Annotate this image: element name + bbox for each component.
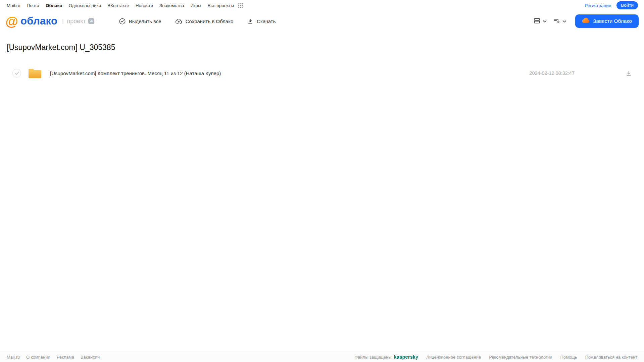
login-button[interactable]: Войти: [616, 1, 638, 9]
file-row[interactable]: [UsupovMarket.com] Комплект тренингов. М…: [7, 65, 637, 81]
file-name-link[interactable]: [UsupovMarket.com] Комплект тренингов. М…: [50, 70, 221, 76]
protected-label: Файлы защищены: [354, 355, 391, 360]
nav-link-novosti[interactable]: Новости: [136, 3, 153, 8]
kaspersky-logo: kaspersky: [394, 354, 418, 360]
file-date: 2024-02-12 08:32:47: [529, 70, 575, 76]
header: @ облако | проект vk Выделить все Сохран…: [0, 11, 644, 32]
header-right-controls: Завести Облако: [534, 14, 639, 28]
download-label: Скачать: [257, 18, 276, 24]
nav-link-oblako[interactable]: Облако: [46, 3, 62, 8]
nav-link-igry[interactable]: Игры: [191, 3, 201, 8]
list-view-icon: [534, 17, 540, 25]
sort-icon: [553, 17, 560, 25]
chevron-down-icon: [562, 19, 566, 24]
footer-right-links: Файлы защищены kaspersky Лицензионное со…: [354, 354, 637, 360]
footer-link-ads[interactable]: Реклама: [57, 355, 74, 360]
mailru-at-icon: @: [5, 15, 18, 28]
page-title: [UsupovMarket.com] U_305385: [7, 43, 637, 52]
top-nav-bar: Mail.ru Почта Облако Одноклассники ВКонт…: [0, 0, 644, 11]
footer-link-about[interactable]: О компании: [26, 355, 50, 360]
download-icon: [626, 70, 632, 76]
footer-link-report-content[interactable]: Пожаловаться на контент: [585, 355, 637, 360]
save-to-cloud-label: Сохранить в Облако: [186, 18, 234, 24]
nav-link-odnoklassniki[interactable]: Одноклассники: [68, 3, 101, 8]
row-checkbox[interactable]: [12, 69, 21, 77]
all-projects-grid-icon[interactable]: [238, 3, 243, 8]
save-to-cloud-button[interactable]: Сохранить в Облако: [176, 18, 234, 24]
logo-project-label: проект: [67, 18, 86, 25]
nav-link-mailru[interactable]: Mail.ru: [7, 3, 20, 8]
sort-selector[interactable]: [553, 17, 566, 25]
nav-link-znakomstva[interactable]: Знакомства: [159, 3, 184, 8]
registration-link[interactable]: Регистрация: [585, 3, 611, 8]
footer-link-license[interactable]: Лицензионное соглашение: [426, 355, 481, 360]
logo-wordmark: облако: [20, 15, 57, 27]
cloud-upload-icon: [176, 18, 182, 24]
download-icon: [247, 18, 253, 24]
logo-separator: |: [62, 18, 63, 24]
footer-link-mailru[interactable]: Mail.ru: [7, 355, 20, 360]
create-cloud-button[interactable]: Завести Облако: [575, 14, 639, 28]
select-all-button[interactable]: Выделить все: [119, 18, 161, 24]
create-cloud-label: Завести Облако: [593, 18, 632, 24]
download-button[interactable]: Скачать: [247, 18, 276, 24]
nav-link-vse-proekty[interactable]: Все проекты: [207, 3, 234, 8]
cloud-logo[interactable]: @ облако | проект vk: [5, 15, 94, 28]
footer-link-jobs[interactable]: Вакансии: [81, 355, 100, 360]
folder-icon: [28, 67, 42, 79]
select-all-label: Выделить все: [129, 18, 161, 24]
footer-left-links: Mail.ru О компании Реклама Вакансии: [7, 355, 100, 360]
footer-link-recommend-tech[interactable]: Рекомендательные технологии: [489, 355, 552, 360]
chevron-down-icon: [543, 19, 547, 24]
row-download-button[interactable]: [626, 70, 632, 76]
nav-link-pochta[interactable]: Почта: [27, 3, 40, 8]
main-content: [UsupovMarket.com] U_305385 [UsupovMarke…: [0, 43, 644, 81]
view-mode-selector[interactable]: [534, 17, 547, 25]
kaspersky-protection: Файлы защищены kaspersky: [354, 354, 418, 360]
file-toolbar: Выделить все Сохранить в Облако Скачать: [119, 18, 276, 24]
check-icon: [15, 71, 19, 75]
footer: Mail.ru О компании Реклама Вакансии Файл…: [0, 352, 644, 362]
footer-link-help[interactable]: Помощь: [560, 355, 577, 360]
check-circle-icon: [119, 18, 126, 24]
cloud-logo-icon: [582, 18, 590, 24]
nav-link-vkontakte[interactable]: ВКонтакте: [107, 3, 129, 8]
vk-icon: vk: [88, 18, 94, 24]
